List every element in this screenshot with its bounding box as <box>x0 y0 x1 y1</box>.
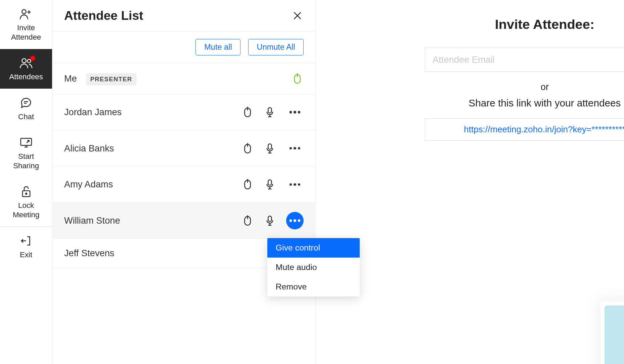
chat-icon <box>19 96 33 109</box>
more-button[interactable] <box>286 176 304 193</box>
attendee-name: William Stone <box>64 215 241 226</box>
mouse-icon[interactable] <box>241 178 254 191</box>
microphone-icon[interactable] <box>264 178 276 191</box>
person-plus-icon <box>19 7 33 21</box>
sidebar-item-invite[interactable]: Invite Attendee <box>0 0 52 49</box>
microphone-icon[interactable] <box>264 106 276 118</box>
svg-point-0 <box>22 10 26 14</box>
more-button[interactable] <box>286 103 304 121</box>
menu-mute-audio[interactable]: Mute audio <box>267 258 360 277</box>
menu-give-control[interactable]: Give control <box>267 238 360 258</box>
attendee-row: Alicia Banks <box>52 130 315 167</box>
attendee-email-input[interactable] <box>425 48 624 72</box>
svg-rect-12 <box>268 180 272 185</box>
video-thumbnail <box>605 306 624 364</box>
menu-remove[interactable]: Remove <box>267 277 360 297</box>
sidebar: Invite Attendee Attendees Chat Start Sha… <box>0 0 52 364</box>
svg-point-2 <box>27 59 31 63</box>
microphone-icon[interactable] <box>264 142 276 154</box>
attendee-name: Amy Adams <box>64 179 241 190</box>
mouse-icon <box>291 72 304 85</box>
unmute-all-button[interactable]: Unmute All <box>248 39 304 55</box>
attendee-row: Jordan James <box>52 94 315 131</box>
attendee-row-me: Me PRESENTER <box>52 63 315 94</box>
sidebar-item-label: Lock Meeting <box>13 201 39 220</box>
svg-rect-14 <box>268 216 272 221</box>
sidebar-item-label: Exit <box>20 250 32 260</box>
panel-title: Attendee List <box>64 8 143 23</box>
or-label: or <box>341 82 624 92</box>
sidebar-item-lock-meeting[interactable]: Lock Meeting <box>0 177 52 226</box>
attendee-row: Amy Adams <box>52 167 315 203</box>
exit-icon <box>19 234 33 248</box>
toolbar: Mute all Unmute All <box>52 32 315 63</box>
sidebar-item-start-sharing[interactable]: Start Sharing <box>0 128 52 177</box>
sidebar-item-chat[interactable]: Chat <box>0 89 52 128</box>
svg-rect-10 <box>268 144 272 149</box>
attendee-row: William Stone <box>52 203 315 239</box>
svg-point-5 <box>26 193 27 194</box>
people-icon <box>19 56 33 70</box>
attendee-list: Me PRESENTER Jordan James <box>52 63 315 268</box>
svg-rect-8 <box>268 107 272 113</box>
presenter-badge: PRESENTER <box>86 73 136 85</box>
mouse-icon[interactable] <box>241 142 254 154</box>
video-card <box>600 302 624 364</box>
svg-point-1 <box>22 59 26 63</box>
sidebar-item-label: Chat <box>18 112 34 122</box>
attendee-name: Alicia Banks <box>64 143 241 154</box>
mouse-icon[interactable] <box>241 106 254 118</box>
invite-title: Invite Attendee: <box>341 17 624 32</box>
svg-rect-3 <box>21 138 32 145</box>
mouse-icon[interactable] <box>241 214 254 227</box>
more-button[interactable] <box>286 212 304 229</box>
more-button[interactable] <box>286 140 304 157</box>
share-link: https://meeting.zoho.in/join?key=*******… <box>464 124 624 134</box>
invite-panel: Invite Attendee: or Share this link with… <box>316 0 624 364</box>
sidebar-item-exit[interactable]: Exit <box>0 227 52 267</box>
share-text: Share this link with your attendees <box>341 97 624 109</box>
sidebar-item-label: Attendees <box>9 72 43 82</box>
share-link-box[interactable]: https://meeting.zoho.in/join?key=*******… <box>425 118 624 141</box>
sidebar-item-label: Invite Attendee <box>11 23 41 42</box>
attendee-context-menu: Give control Mute audio Remove <box>267 238 360 296</box>
microphone-icon[interactable] <box>264 214 276 227</box>
attendee-name: Me <box>64 73 77 84</box>
notification-badge <box>30 56 35 61</box>
unlock-icon <box>19 185 33 198</box>
sidebar-item-label: Start Sharing <box>13 152 39 171</box>
screen-share-icon <box>19 136 33 149</box>
sidebar-item-attendees[interactable]: Attendees <box>0 49 52 89</box>
attendee-panel: Attendee List Mute all Unmute All Me PRE… <box>52 0 316 364</box>
close-button[interactable] <box>291 9 304 22</box>
attendee-name: Jordan James <box>64 107 241 118</box>
mute-all-button[interactable]: Mute all <box>195 39 240 55</box>
